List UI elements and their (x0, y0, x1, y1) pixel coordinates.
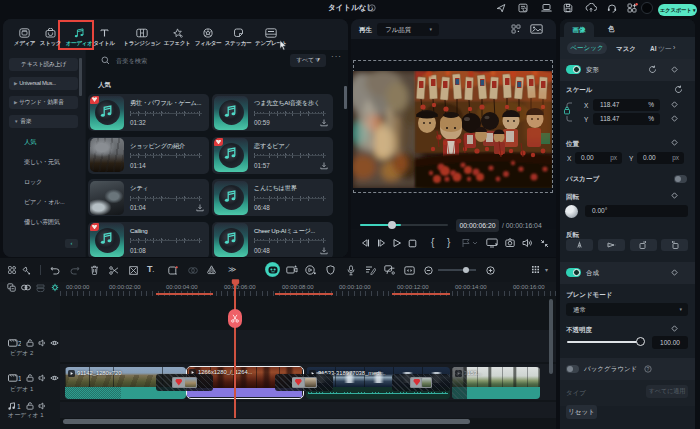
svg-text:1: 1 (17, 403, 21, 410)
svg-text:?: ? (647, 366, 650, 372)
svg-text:1: 1 (18, 375, 21, 382)
svg-text:2: 2 (18, 340, 21, 347)
